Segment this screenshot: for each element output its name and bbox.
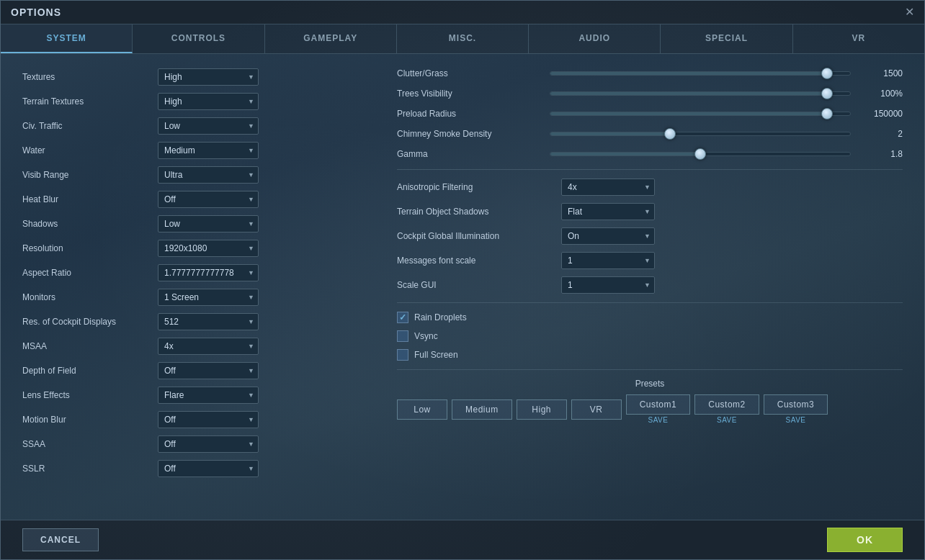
dof-select[interactable]: OffOn (158, 362, 259, 379)
cockpit-illumination-label: Cockpit Global Illumination (397, 231, 555, 241)
setting-shadows: Shadows LowMediumHigh (22, 215, 375, 232)
preset-custom2-group: Custom2 SAVE (694, 394, 759, 424)
textures-select[interactable]: HighMediumLow (158, 68, 259, 86)
preset-vr-button[interactable]: VR (571, 399, 622, 420)
tab-misc[interactable]: MISC. (397, 24, 529, 53)
chimney-thumb[interactable] (664, 128, 676, 140)
setting-visib-range: Visib Range UltraHighMediumLow (22, 166, 375, 184)
tab-special[interactable]: SPECIAL (661, 24, 792, 53)
preload-track (550, 112, 851, 116)
preset-custom3-button[interactable]: Custom3 (764, 394, 828, 415)
heat-blur-select[interactable]: OffOn (158, 191, 259, 208)
settings-area: Textures HighMediumLow Terrain Textures … (22, 68, 903, 512)
full-screen-checkbox[interactable] (397, 349, 408, 361)
chimney-fill (550, 132, 670, 135)
visib-range-label: Visib Range (22, 170, 152, 180)
preset-custom3-group: Custom3 SAVE (764, 394, 828, 424)
dropdown-cockpit-illumination: Cockpit Global Illumination OnOff (397, 227, 903, 245)
setting-resolution: Resolution 1920x10801280x720 (22, 240, 375, 257)
tab-system[interactable]: SYSTEM (1, 24, 133, 53)
slider-chimney: Chimney Smoke Density 2 (397, 129, 903, 139)
close-button[interactable]: ✕ (905, 6, 914, 18)
anisotropic-select[interactable]: 4x2x8xOff (561, 179, 655, 196)
civ-traffic-select[interactable]: LowMediumHigh (158, 117, 259, 135)
setting-motion-blur: Motion Blur OffOn (22, 411, 375, 428)
checkbox-vsync-row: Vsync (397, 330, 903, 342)
preset-low-button[interactable]: Low (397, 399, 447, 420)
cockpit-illumination-select[interactable]: OnOff (561, 227, 655, 245)
ssaa-select[interactable]: OffOn (158, 435, 259, 453)
gamma-slider[interactable] (550, 149, 851, 159)
main-content: Textures HighMediumLow Terrain Textures … (1, 54, 924, 520)
preset-high-group: High (517, 399, 567, 420)
cancel-button[interactable]: CANCEL (22, 528, 99, 551)
trees-slider[interactable] (550, 89, 851, 99)
tab-gameplay[interactable]: GAMEPLAY (265, 24, 397, 53)
clutter-track (550, 71, 851, 76)
civ-traffic-select-wrapper: LowMediumHigh (158, 117, 259, 135)
tab-audio[interactable]: AUDIO (529, 24, 661, 53)
gamma-value: 1.8 (859, 149, 903, 159)
gamma-thumb[interactable] (694, 148, 706, 160)
aspect-ratio-select[interactable]: 1.77777777777781.333 (158, 264, 259, 281)
chimney-slider[interactable] (550, 129, 851, 139)
checkbox-rain-droplets-row: Rain Droplets (397, 312, 903, 323)
preset-custom1-save[interactable]: SAVE (648, 416, 668, 424)
visib-range-select[interactable]: UltraHighMediumLow (158, 166, 259, 184)
preset-low-group: Low (397, 399, 447, 420)
cockpit-displays-select[interactable]: 5122561024 (158, 313, 259, 330)
scale-gui-select[interactable]: 10.81.2 (561, 276, 655, 294)
preset-custom3-save[interactable]: SAVE (786, 416, 806, 424)
font-scale-select-wrapper: 10.81.2 (561, 252, 655, 269)
water-label: Water (22, 145, 152, 155)
lens-effects-select[interactable]: FlareOff (158, 387, 259, 404)
textures-label: Textures (22, 72, 152, 82)
clutter-slider[interactable] (550, 68, 851, 78)
setting-textures: Textures HighMediumLow (22, 68, 375, 86)
water-select[interactable]: MediumLowHigh (158, 142, 259, 159)
monitors-select[interactable]: 1 Screen2 Screens3 Screens (158, 289, 259, 306)
preload-thumb[interactable] (821, 108, 833, 119)
slider-gamma: Gamma 1.8 (397, 149, 903, 159)
vsync-checkbox[interactable] (397, 330, 408, 342)
preload-fill (550, 112, 826, 115)
chimney-track (550, 132, 851, 136)
tab-controls[interactable]: CONTROLS (133, 24, 264, 53)
civ-traffic-label: Civ. Traffic (22, 121, 152, 131)
preset-high-button[interactable]: High (517, 399, 567, 420)
vsync-label: Vsync (414, 331, 438, 341)
preset-custom2-save[interactable]: SAVE (717, 416, 737, 424)
preset-custom1-button[interactable]: Custom1 (626, 394, 691, 415)
dof-label: Depth of Field (22, 366, 152, 376)
ok-button[interactable]: OK (827, 528, 903, 552)
chimney-value: 2 (859, 129, 903, 139)
setting-sslr: SSLR OffOn (22, 460, 375, 477)
gamma-label: Gamma (397, 149, 541, 159)
resolution-label: Resolution (22, 243, 152, 253)
setting-terrain-textures: Terrain Textures HighMediumLow (22, 93, 375, 110)
rain-droplets-checkbox[interactable] (397, 312, 408, 323)
presets-row: Low Medium High VR Custom1 (397, 394, 903, 424)
terrain-shadows-select[interactable]: FlatBlobFull (561, 203, 655, 220)
trees-thumb[interactable] (821, 88, 833, 99)
tab-vr[interactable]: VR (793, 24, 924, 53)
sslr-select[interactable]: OffOn (158, 460, 259, 477)
monitors-select-wrapper: 1 Screen2 Screens3 Screens (158, 289, 259, 306)
terrain-textures-select[interactable]: HighMediumLow (158, 93, 259, 110)
setting-aspect-ratio: Aspect Ratio 1.77777777777781.333 (22, 264, 375, 281)
font-scale-select[interactable]: 10.81.2 (561, 252, 655, 269)
preload-slider[interactable] (550, 109, 851, 119)
shadows-select[interactable]: LowMediumHigh (158, 215, 259, 232)
preset-custom2-button[interactable]: Custom2 (694, 394, 759, 415)
preset-medium-button[interactable]: Medium (452, 399, 512, 420)
dropdown-terrain-shadows: Terrain Object Shadows FlatBlobFull (397, 203, 903, 220)
resolution-select[interactable]: 1920x10801280x720 (158, 240, 259, 257)
msaa-select[interactable]: 4x2xOff (158, 338, 259, 355)
shadows-select-wrapper: LowMediumHigh (158, 215, 259, 232)
msaa-label: MSAA (22, 341, 152, 351)
preset-medium-group: Medium (452, 399, 512, 420)
motion-blur-select[interactable]: OffOn (158, 411, 259, 428)
terrain-shadows-select-wrapper: FlatBlobFull (561, 203, 655, 220)
setting-msaa: MSAA 4x2xOff (22, 338, 375, 355)
clutter-thumb[interactable] (821, 68, 833, 79)
